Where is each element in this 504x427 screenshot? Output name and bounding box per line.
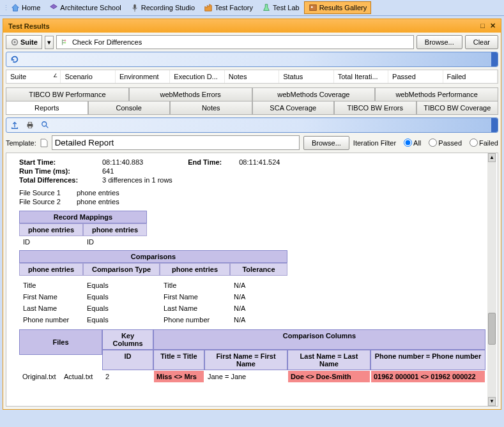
report-area[interactable]: ▲ ▼ Start Time:08:11:40.883 End Time:08:… [6,153,498,407]
pn-eq-header: Phone number = Phone number [370,350,485,370]
ln-eq-header: Last Name = Last Name [287,350,370,370]
results-panel: Test Results □ ✕ Suite ▾ Check For Diffe… [3,19,501,410]
tab-reports[interactable]: Reports [6,101,88,115]
export-icon[interactable] [10,121,19,130]
title-diff: Miss <> Mrs [153,370,204,383]
gear-icon [10,38,19,47]
template-input[interactable] [52,135,300,150]
school-icon [49,3,58,12]
nav-home[interactable]: Home [6,1,45,14]
zoom-icon[interactable] [41,121,50,130]
col-notes[interactable]: Notes [225,70,279,83]
browse-button[interactable]: Browse... [416,35,462,49]
comparison-table: Files Key Columns Comparison Columns ID … [19,329,485,383]
tab-sca[interactable]: SCA Coverage [252,101,335,115]
nav-label: Architecture School [60,4,121,11]
lab-icon [262,3,271,12]
iter-filter-label: Iteration Filter [353,139,396,147]
nav-label: Recording Studio [141,4,195,11]
col-execdate[interactable]: Execution D... [170,70,224,83]
scrollbar[interactable]: ▲ ▼ [487,153,496,406]
filter-passed[interactable]: Passed [429,139,462,147]
col-failed[interactable]: Failed [443,70,498,83]
filesource2-label: File Source 2 [19,198,77,206]
svg-rect-8 [28,123,31,124]
tab-wm-coverage[interactable]: webMethods Coverage [252,87,376,101]
pin-icon[interactable]: □ [480,22,485,30]
tab-bw-perf[interactable]: TIBCO BW Performance [6,87,129,101]
runtime-value: 641 [102,167,114,175]
suite-button[interactable]: Suite [6,35,42,49]
filesource1-value: phone entries [77,189,119,197]
col-passed[interactable]: Passed [388,70,443,83]
nav-label: Test Lab [273,4,300,11]
tab-notes[interactable]: Notes [170,101,252,115]
filesource1-label: File Source 1 [19,189,77,197]
nav-label: Results Gallery [319,4,367,11]
doc-icon [40,139,48,147]
panel-title: Test Results [8,22,50,30]
svg-rect-9 [28,126,31,128]
ln-diff: Doe <> Doe-Smith [287,370,370,383]
template-browse-button[interactable]: Browse... [303,136,349,150]
cmp-col3: Tolerance [230,263,287,276]
start-time-label: Start Time: [19,158,102,166]
svg-point-2 [311,6,313,8]
upper-tabrow: TIBCO BW Performance webMethods Errors w… [6,87,498,101]
nav-recording[interactable]: Recording Studio [126,1,199,14]
end-time-label: End Time: [188,158,239,166]
tab-bw-coverage[interactable]: TIBCO BW Coverage [416,101,499,115]
cmp-col0: phone entries [19,263,83,276]
filesource2-value: phone entries [77,198,119,206]
tree-icon [61,38,70,47]
title-eq-header: Title = Title [153,350,204,370]
suite-label: Suite [20,38,38,46]
tab-wm-perf[interactable]: webMethods Performance [375,87,498,101]
recmap-col2: phone entries [83,223,147,236]
tab-bw-errors[interactable]: TIBCO BW Errors [334,101,416,115]
col-scenario[interactable]: Scenario [61,70,115,83]
filter-all[interactable]: All [404,139,421,147]
nav-label: Test Factory [215,4,253,11]
nav-gallery[interactable]: Results Gallery [304,1,372,14]
results-grid-header: Suite ∠ Scenario Environment Execution D… [6,70,498,84]
recmap-id2: ID [83,236,147,248]
actual-file: Actual.txt [61,370,102,383]
scroll-down-icon[interactable]: ▼ [488,397,496,406]
svg-rect-0 [134,4,136,9]
search-text: Check For Differences [72,38,142,46]
print-icon[interactable] [26,121,34,130]
fn-eq-header: First Name = First Name [204,350,287,370]
main-nav: ⋮ Home Architecture School Recording Stu… [0,0,504,16]
comparisons-header: Comparisons [19,250,287,263]
panel-body: Suite ▾ Check For Differences Browse... … [3,33,501,409]
suite-dropdown[interactable]: ▾ [45,36,54,49]
mic-icon [130,3,139,12]
record-mappings-header: Record Mappings [19,211,147,223]
close-icon[interactable]: ✕ [490,22,496,30]
refresh-icon[interactable] [10,55,494,64]
runtime-label: Run Time (ms): [19,167,102,175]
tab-wm-errors[interactable]: webMethods Errors [129,87,252,101]
refresh-bar [6,52,498,67]
tab-console[interactable]: Console [88,101,171,115]
nav-architecture[interactable]: Architecture School [45,1,125,14]
scroll-up-icon[interactable]: ▲ [488,153,496,162]
nav-lab[interactable]: Test Lab [257,1,304,14]
search-input[interactable]: Check For Differences [56,35,414,49]
scroll-thumb[interactable] [488,313,496,345]
col-suite[interactable]: Suite ∠ [6,70,61,83]
start-time-value: 08:11:40.883 [102,158,143,166]
filter-failed[interactable]: Failed [470,139,498,147]
col-environment[interactable]: Environment [116,70,170,83]
factory-icon [204,3,213,12]
cmpcols-header: Comparison Columns [153,329,485,350]
template-row: Template: Browse... Iteration Filter All… [6,135,498,150]
row-num: 2 [102,370,153,383]
col-totaliter[interactable]: Total Iterati... [334,70,388,83]
nav-factory[interactable]: Test Factory [199,1,257,14]
panel-header: Test Results □ ✕ [3,19,501,33]
lower-tabrow: Reports Console Notes SCA Coverage TIBCO… [6,101,498,115]
clear-button[interactable]: Clear [465,35,498,49]
col-status[interactable]: Status [279,70,333,83]
